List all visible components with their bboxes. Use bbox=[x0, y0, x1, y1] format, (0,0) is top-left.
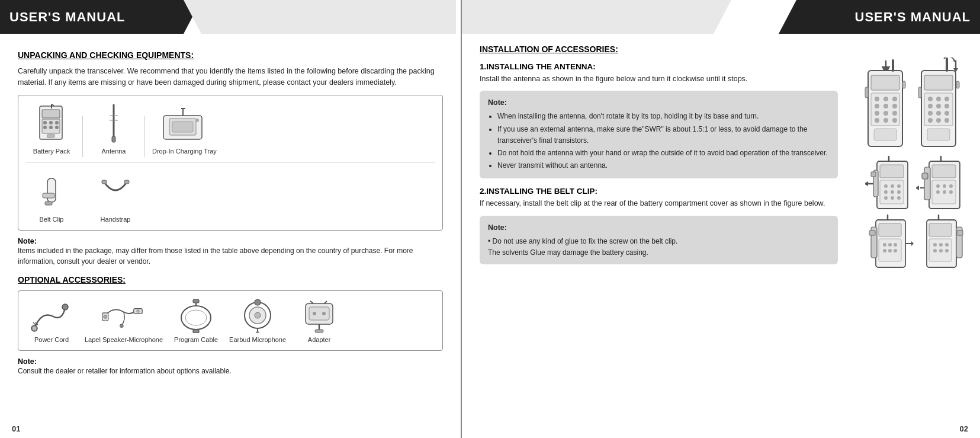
note1-text: Items included in the package, may diffe… bbox=[18, 245, 443, 267]
svg-point-106 bbox=[884, 184, 888, 188]
left-header: USER'S MANUAL bbox=[0, 0, 184, 34]
svg-point-138 bbox=[883, 249, 886, 252]
belt-note-label: Note: bbox=[488, 222, 830, 234]
svg-rect-13 bbox=[112, 136, 115, 142]
svg-point-46 bbox=[256, 331, 259, 333]
svg-point-139 bbox=[888, 249, 892, 252]
svg-point-4 bbox=[49, 121, 53, 124]
earbud-icon bbox=[234, 298, 281, 334]
svg-point-72 bbox=[883, 118, 888, 123]
svg-point-121 bbox=[936, 184, 940, 188]
svg-rect-133 bbox=[879, 223, 901, 236]
svg-point-107 bbox=[891, 184, 894, 188]
item-earbud: Earbud Microphone bbox=[227, 296, 288, 346]
item-handstrap-label: Handstrap bbox=[101, 216, 131, 223]
page-right: USER'S MANUAL INSTALLATION OF ACCESSORIE… bbox=[462, 0, 980, 438]
antenna-note-item-4: Never transmit without an antenna. bbox=[497, 160, 830, 171]
svg-rect-76 bbox=[902, 81, 905, 88]
item-adapter-label: Adapter bbox=[308, 336, 331, 343]
optional-heading: OPTIONAL ACCESSORIES: bbox=[18, 275, 443, 284]
lapel-speaker-icon bbox=[100, 298, 147, 334]
svg-point-62 bbox=[875, 97, 879, 101]
install-antenna-section: 1.INSTALLING THE ANTENNA: Install the an… bbox=[480, 62, 838, 178]
right-text-content: INSTALLATION OF ACCESSORIES: 1.INSTALLIN… bbox=[462, 34, 850, 279]
svg-point-71 bbox=[875, 118, 879, 123]
svg-point-122 bbox=[943, 184, 946, 188]
svg-rect-24 bbox=[45, 202, 52, 205]
svg-rect-95 bbox=[927, 129, 950, 140]
note1-section: Note: Items included in the package, may… bbox=[18, 236, 443, 267]
item-power-cord-label: Power Cord bbox=[34, 336, 69, 343]
svg-point-93 bbox=[936, 118, 941, 123]
svg-point-88 bbox=[944, 104, 949, 108]
right-header-title: USER'S MANUAL bbox=[855, 9, 971, 25]
item-charger-label: Drop-In Charging Tray bbox=[152, 148, 217, 155]
svg-point-126 bbox=[949, 190, 953, 194]
svg-point-92 bbox=[928, 118, 933, 123]
adapter-icon bbox=[295, 298, 343, 334]
antenna-note-box: Note: When installing the antenna, don't… bbox=[480, 91, 838, 178]
install2-body: If necessary, install the belt clip at t… bbox=[480, 198, 838, 209]
svg-point-33 bbox=[104, 315, 107, 318]
svg-point-5 bbox=[55, 121, 59, 124]
radio-with-antenna-2 bbox=[914, 57, 968, 149]
svg-point-154 bbox=[945, 249, 949, 252]
svg-marker-129 bbox=[916, 186, 919, 190]
item-antenna-label: Antenna bbox=[102, 148, 126, 155]
svg-rect-22 bbox=[47, 178, 56, 202]
svg-rect-9 bbox=[47, 135, 54, 138]
svg-point-123 bbox=[949, 184, 953, 188]
svg-point-67 bbox=[892, 104, 897, 108]
item-charger: Drop-In Charging Tray bbox=[150, 100, 219, 157]
item-belt-clip: Belt Clip bbox=[25, 168, 78, 225]
svg-rect-50 bbox=[309, 307, 329, 320]
install1-heading: 1.INSTALLING THE ANTENNA: bbox=[480, 62, 838, 71]
svg-rect-23 bbox=[43, 193, 54, 198]
svg-marker-100 bbox=[865, 181, 868, 186]
svg-point-3 bbox=[43, 121, 47, 124]
svg-point-153 bbox=[939, 249, 943, 252]
svg-point-35 bbox=[137, 310, 139, 312]
svg-point-109 bbox=[884, 190, 888, 194]
svg-rect-74 bbox=[874, 129, 897, 140]
svg-point-151 bbox=[945, 243, 949, 247]
note2-text: Consult the dealer or retailer for infor… bbox=[18, 366, 443, 376]
svg-rect-75 bbox=[865, 87, 868, 98]
svg-line-30 bbox=[33, 322, 36, 325]
equipment-top-row: Battery Pack bbox=[25, 100, 435, 162]
item-program-cable: Program Cable bbox=[170, 296, 222, 346]
svg-point-86 bbox=[928, 104, 933, 108]
antenna-illustrations bbox=[856, 57, 974, 270]
unpacking-body: Carefully unpack the transceiver. We rec… bbox=[18, 66, 443, 89]
svg-rect-40 bbox=[193, 299, 199, 303]
item-lapel-speaker: Lapel Speaker-Microphone bbox=[82, 296, 165, 346]
svg-point-91 bbox=[944, 111, 949, 116]
svg-rect-103 bbox=[871, 172, 876, 177]
item-power-cord: Power Cord bbox=[25, 296, 78, 346]
antenna-note-list: When installing the antenna, don't rotat… bbox=[488, 111, 830, 171]
svg-point-135 bbox=[883, 243, 886, 247]
equipment-bottom-row: Belt Clip Handstrap bbox=[25, 166, 435, 225]
left-header-title: USER'S MANUAL bbox=[9, 9, 125, 25]
install2-heading: 2.INSTALLING THE BELT CLIP: bbox=[480, 187, 838, 196]
svg-point-90 bbox=[936, 111, 941, 116]
svg-rect-60 bbox=[871, 75, 899, 90]
svg-point-56 bbox=[322, 312, 326, 315]
svg-rect-28 bbox=[32, 326, 37, 331]
svg-point-6 bbox=[43, 126, 47, 129]
svg-point-47 bbox=[255, 312, 261, 318]
svg-point-94 bbox=[944, 118, 949, 123]
svg-point-85 bbox=[944, 97, 949, 101]
page-left: USER'S MANUAL UNPACKING AND CHECKING EQU… bbox=[0, 0, 462, 438]
svg-point-68 bbox=[875, 111, 879, 116]
svg-rect-146 bbox=[957, 231, 963, 235]
svg-point-36 bbox=[120, 324, 124, 328]
svg-point-64 bbox=[892, 97, 897, 101]
handstrap-icon bbox=[92, 171, 139, 213]
svg-rect-81 bbox=[924, 75, 953, 90]
svg-point-140 bbox=[894, 249, 897, 252]
item-lapel-speaker-label: Lapel Speaker-Microphone bbox=[85, 336, 163, 343]
svg-rect-117 bbox=[924, 167, 930, 200]
note2-section: Note: Consult the dealer or retailer for… bbox=[18, 357, 443, 376]
unpacking-heading: UNPACKING AND CHECKING EQUIPMENTS: bbox=[18, 50, 443, 60]
